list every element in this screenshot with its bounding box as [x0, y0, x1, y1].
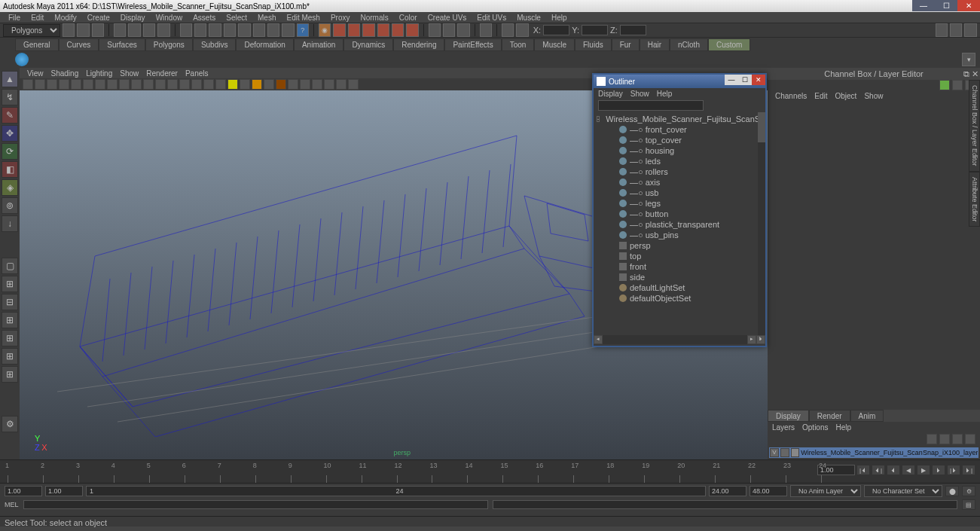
- ipr-icon[interactable]: [333, 23, 345, 37]
- autokey-icon[interactable]: ⬤: [945, 486, 959, 496]
- menu-edit-mesh[interactable]: Edit Mesh: [281, 14, 325, 22]
- layer-icon[interactable]: [952, 434, 963, 444]
- layout-icon[interactable]: [457, 23, 469, 37]
- viewport-tool-icon[interactable]: [23, 79, 33, 90]
- menu-edit-uvs[interactable]: Edit UVs: [472, 14, 511, 22]
- coord-y-input[interactable]: [582, 25, 608, 35]
- menu-display[interactable]: Display: [115, 14, 151, 22]
- viewport-tool-icon[interactable]: [83, 79, 93, 90]
- viewport-tool-icon[interactable]: [191, 79, 202, 90]
- layout-icon[interactable]: [443, 23, 455, 37]
- shelf-icon-save[interactable]: [92, 23, 104, 37]
- menu-help[interactable]: Help: [546, 14, 572, 22]
- layout-four-icon[interactable]: ⊞: [2, 276, 18, 292]
- layout-icon[interactable]: [516, 23, 528, 37]
- snap-live-icon[interactable]: [238, 23, 250, 37]
- anim-start-field[interactable]: [5, 486, 42, 496]
- snap-icon[interactable]: [267, 23, 279, 37]
- tree-item[interactable]: persp: [597, 240, 762, 251]
- coord-x-input[interactable]: [543, 25, 569, 35]
- scroll-right-button[interactable]: ⏵: [756, 335, 765, 344]
- ui-icon[interactable]: [936, 23, 948, 37]
- viewport-tool-icon[interactable]: [312, 79, 322, 90]
- play-button[interactable]: ▶: [917, 465, 930, 475]
- viewport-tool-icon[interactable]: [47, 79, 57, 90]
- layer-vis-toggle[interactable]: V: [770, 448, 779, 457]
- tree-item[interactable]: —○ top_cover: [597, 135, 762, 145]
- shelf-tab-custom[interactable]: Custom: [708, 38, 750, 51]
- outliner-titlebar[interactable]: Outliner — ☐ ✕: [594, 75, 765, 88]
- menu-muscle[interactable]: Muscle: [511, 14, 546, 22]
- side-tab-attribute-editor[interactable]: Attribute Editor: [969, 172, 980, 227]
- viewport-tool-icon[interactable]: [71, 79, 81, 90]
- help-icon[interactable]: ?: [297, 23, 309, 37]
- tree-item[interactable]: -Wireless_Mobile_Scanner_Fujitsu_ScanSna…: [597, 114, 762, 124]
- panel-close-icon[interactable]: ✕: [972, 69, 978, 79]
- viewport-menu-shading[interactable]: Shading: [51, 69, 79, 78]
- layout-icon[interactable]: [429, 23, 441, 37]
- shelf-icon[interactable]: [157, 23, 169, 37]
- channel-menu-show[interactable]: Show: [864, 92, 883, 100]
- script-editor-icon[interactable]: ▤: [962, 499, 975, 510]
- layer-icon[interactable]: [927, 434, 937, 444]
- layout-icon[interactable]: ⊟: [2, 294, 18, 310]
- viewport-tool-icon[interactable]: [143, 79, 154, 90]
- prefs-icon[interactable]: ⚙: [962, 486, 975, 496]
- render-settings-icon[interactable]: [348, 23, 360, 37]
- shelf-tab-hair[interactable]: Hair: [640, 38, 670, 51]
- ui-icon[interactable]: [964, 23, 976, 37]
- snap-curve-icon[interactable]: [194, 23, 206, 37]
- character-set-select[interactable]: No Character Set: [864, 485, 942, 497]
- tree-item[interactable]: —○ axis: [597, 177, 762, 188]
- viewport-tool-icon[interactable]: [252, 79, 262, 90]
- layer-menu-help[interactable]: Help: [835, 423, 851, 432]
- shelf-tab-muscle[interactable]: Muscle: [534, 38, 575, 51]
- step-fwd-button[interactable]: |⏵: [947, 465, 960, 475]
- shelf-tab-painteffects[interactable]: PaintEffects: [444, 38, 501, 51]
- shelf-tab-subdivs[interactable]: Subdivs: [193, 38, 237, 51]
- hypershade-icon[interactable]: [502, 23, 514, 37]
- render-icon[interactable]: [392, 23, 404, 37]
- select-tool[interactable]: ▲: [2, 71, 18, 87]
- layout-icon[interactable]: [480, 23, 492, 37]
- scroll-track[interactable]: [603, 335, 747, 344]
- tree-item[interactable]: —○ plastick_transparent: [597, 219, 762, 230]
- lasso-tool[interactable]: ↯: [2, 89, 18, 105]
- layer-tab-render[interactable]: Render: [809, 410, 850, 422]
- manip-tool[interactable]: ◈: [2, 179, 18, 196]
- viewport-tool-icon[interactable]: [336, 79, 347, 90]
- module-selector[interactable]: Polygons: [3, 24, 60, 37]
- cmd-lang-label[interactable]: MEL: [5, 501, 19, 508]
- channel-icon[interactable]: [952, 80, 963, 90]
- outliner-scrollbar[interactable]: [758, 112, 765, 335]
- side-tab-channel-box---layer-editor[interactable]: Channel Box / Layer Editor: [969, 80, 980, 172]
- tree-item[interactable]: —○ rollers: [597, 166, 762, 177]
- layer-tab-anim[interactable]: Anim: [850, 410, 884, 422]
- tree-item[interactable]: —○ housing: [597, 145, 762, 156]
- viewport-tool-icon[interactable]: [288, 79, 298, 90]
- scroll-right-button[interactable]: ▸: [747, 335, 756, 344]
- viewport-tool-icon[interactable]: [215, 79, 226, 90]
- outliner-menu-help[interactable]: Help: [657, 90, 673, 98]
- range-end-field[interactable]: [709, 486, 746, 496]
- ui-icon[interactable]: [950, 23, 962, 37]
- layout-icon[interactable]: ⊞: [2, 330, 18, 346]
- menu-edit[interactable]: Edit: [26, 14, 49, 22]
- soft-tool[interactable]: ⊚: [2, 197, 18, 214]
- expand-icon[interactable]: -: [597, 116, 600, 122]
- go-end-button[interactable]: ⏵|: [962, 465, 975, 475]
- shelf-icon-new[interactable]: [63, 23, 75, 37]
- play-back-button[interactable]: ◀: [902, 465, 915, 475]
- maximize-button[interactable]: ☐: [935, 0, 957, 11]
- command-input[interactable]: [23, 500, 488, 509]
- tree-item[interactable]: side: [597, 272, 762, 282]
- channel-icon[interactable]: [939, 80, 950, 90]
- layer-type-toggle[interactable]: [780, 448, 789, 457]
- time-ruler[interactable]: |⏴ ⏴| ⏴ ◀ ▶ ⏵ |⏵ ⏵| 12345678910111213141…: [0, 459, 980, 484]
- menu-assets[interactable]: Assets: [188, 14, 221, 22]
- prev-key-button[interactable]: ⏴: [887, 465, 900, 475]
- viewport-tool-icon[interactable]: [203, 79, 214, 90]
- menu-file[interactable]: File: [3, 14, 26, 22]
- render-icon[interactable]: ◉: [319, 23, 331, 37]
- anim-layer-select[interactable]: No Anim Layer: [790, 485, 861, 497]
